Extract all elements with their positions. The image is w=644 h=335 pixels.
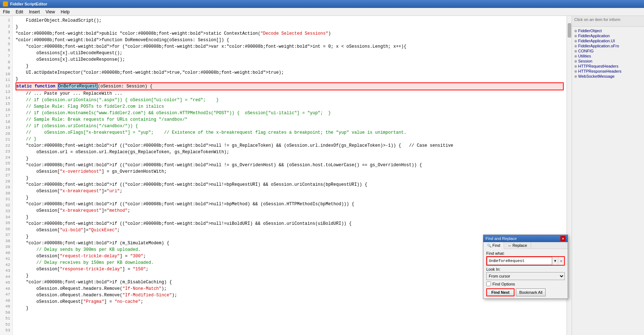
menu-view[interactable]: View: [43, 9, 58, 15]
line-number: 38: [2, 238, 10, 244]
find-input[interactable]: [487, 257, 552, 265]
line-number: 30: [2, 190, 10, 197]
code-line: "color:#00008b;font-weight:bold">if (("c…: [16, 162, 564, 168]
code-line: oSessions[x].utilDecodeResponse();: [16, 56, 564, 63]
line-number: 17: [2, 113, 10, 119]
menu-edit[interactable]: Edit: [13, 9, 26, 15]
line-number: 54: [2, 334, 10, 335]
tab-replace[interactable]: ↔ Replace: [504, 242, 531, 249]
tree-expand-icon: ⊕: [574, 39, 577, 43]
code-line: static function OnBeforeRequest(oSession…: [16, 82, 564, 90]
dialog-buttons: Find Next Bookmark All: [486, 288, 565, 296]
line-number: 36: [2, 226, 10, 232]
find-next-button[interactable]: Find Next: [486, 288, 514, 296]
code-line: oSession["response-trickle-delay"] = "15…: [16, 266, 564, 272]
tree-item[interactable]: ⊕Utilities: [573, 53, 643, 59]
menu-help[interactable]: Help: [58, 9, 73, 15]
tree-expand-icon: ⊕: [574, 54, 577, 58]
code-line: }: [16, 63, 564, 69]
line-number: 18: [2, 119, 10, 125]
code-line: oSession.oRequest.headers.Remove("If-Non…: [16, 285, 564, 292]
find-input-row: ▼ ✕: [486, 256, 565, 266]
code-line: }: [16, 24, 564, 30]
line-number: 19: [2, 125, 10, 131]
line-number: 41: [2, 256, 10, 262]
line-number: 12: [2, 83, 10, 89]
line-number: 44: [2, 274, 10, 280]
menu-file[interactable]: File: [0, 9, 13, 15]
tree-expand-icon: ⊕: [574, 34, 577, 38]
click-info: Click on an item for inform: [574, 17, 620, 22]
code-line: // Sample Rule: Break requests for URLs …: [16, 116, 564, 123]
look-in-row: Look In: From cursorEntire scopeCurrent …: [486, 267, 565, 280]
line-number: 37: [2, 232, 10, 238]
tree-expand-icon: ⊕: [574, 64, 577, 68]
code-container[interactable]: 1234567891011121314151617181920212223242…: [0, 16, 567, 335]
line-number: 5: [2, 41, 10, 47]
code-line: oSessions[x].utilDecodeRequest();: [16, 50, 564, 56]
line-number: 40: [2, 250, 10, 256]
editor-area: 1234567891011121314151617181920212223242…: [0, 16, 567, 335]
tree-item[interactable]: ⊕FiddlerApplication.UI: [573, 38, 643, 43]
tree-expand-icon: ⊕: [574, 49, 577, 53]
line-number: 51: [2, 315, 10, 322]
line-number: 27: [2, 172, 10, 179]
line-number: 43: [2, 268, 10, 274]
look-in-label: Look In:: [486, 267, 565, 271]
find-replace-dialog: Find and Replace ✕ 🔍 Find ↔ Replace Find…: [483, 235, 568, 299]
find-options-checkbox[interactable]: [486, 282, 491, 286]
tree-item[interactable]: ⊕FiddlerObject: [573, 28, 643, 33]
right-panel: Click on an item for inform ⊕FiddlerObje…: [572, 16, 644, 335]
line-number: 49: [2, 304, 10, 310]
find-clear-button[interactable]: ✕: [558, 257, 564, 265]
line-number: 13: [2, 89, 10, 95]
code-line: }: [16, 272, 564, 279]
code-line: }: [16, 305, 564, 312]
code-line: }: [16, 175, 564, 181]
code-line: "color:#00008b;font-weight:bold">for ("c…: [16, 43, 564, 50]
tree-item[interactable]: ⊕HTTPResponseHeaders: [573, 69, 643, 74]
find-what-label: Find what:: [486, 251, 565, 255]
tree-item[interactable]: ⊕WebSocketMessage: [573, 74, 643, 79]
line-number: 16: [2, 107, 10, 113]
find-options-label: Find Options: [492, 282, 515, 286]
look-in-select[interactable]: From cursorEntire scopeCurrent document: [486, 272, 565, 280]
line-number: 9: [2, 65, 10, 71]
code-line: }: [16, 194, 564, 201]
line-number: 52: [2, 322, 10, 328]
dialog-close-button[interactable]: ✕: [560, 236, 565, 241]
line-number: 2: [2, 23, 10, 30]
line-number: 34: [2, 214, 10, 220]
line-number: 11: [2, 77, 10, 83]
tree-item[interactable]: ⊕CONFIG: [573, 48, 643, 53]
title-bar: Fiddler ScriptEditor: [0, 0, 644, 8]
menu-insert[interactable]: Insert: [26, 9, 43, 15]
tree-item[interactable]: ⊕Session: [573, 59, 643, 64]
code-line: // if (oSession.HostnameIs("www.fiddler2…: [16, 110, 564, 116]
menu-bar: File Edit Insert View Help: [0, 8, 644, 16]
code-line: oSession["request-trickle-delay"] = "300…: [16, 253, 564, 259]
code-line: }: [16, 233, 564, 240]
tree-item[interactable]: ⊕FiddlerApplication.oFro: [573, 43, 643, 48]
tab-find[interactable]: 🔍 Find: [483, 242, 504, 249]
line-number: 28: [2, 179, 10, 185]
code-line: "color:#00008b;font-weight:bold">if (("c…: [16, 142, 564, 149]
tree-item[interactable]: ⊕HTTPRequestHeaders: [573, 64, 643, 69]
code-line: // oSession.oFlags["x-breakrequest"] = "…: [16, 129, 564, 136]
code-line: "color:#00008b;font-weight:bold">if (m_S…: [16, 240, 564, 246]
line-number: 47: [2, 292, 10, 298]
scrollbar-thumb[interactable]: [568, 23, 571, 38]
tree-expand-icon: ⊕: [574, 29, 577, 33]
dialog-titlebar: Find and Replace ✕: [483, 235, 568, 242]
line-number: 48: [2, 298, 10, 304]
line-number: 14: [2, 95, 10, 101]
line-number: 32: [2, 202, 10, 209]
tree-item[interactable]: ⊕FiddlerApplication: [573, 33, 643, 38]
bookmark-all-button[interactable]: Bookmark All: [516, 288, 546, 296]
code-line: "color:#00008b;font-weight:bold">if (("c…: [16, 220, 564, 227]
code-line: oSession["ui-bold"]="QuickExec";: [16, 227, 564, 233]
code-line: "color:#00008b;font-weight:bold">if (("c…: [16, 201, 564, 207]
line-number: 25: [2, 160, 10, 167]
find-dropdown-button[interactable]: ▼: [552, 257, 558, 265]
code-line: "color:#00008b;font-weight:bold">public …: [16, 30, 564, 37]
